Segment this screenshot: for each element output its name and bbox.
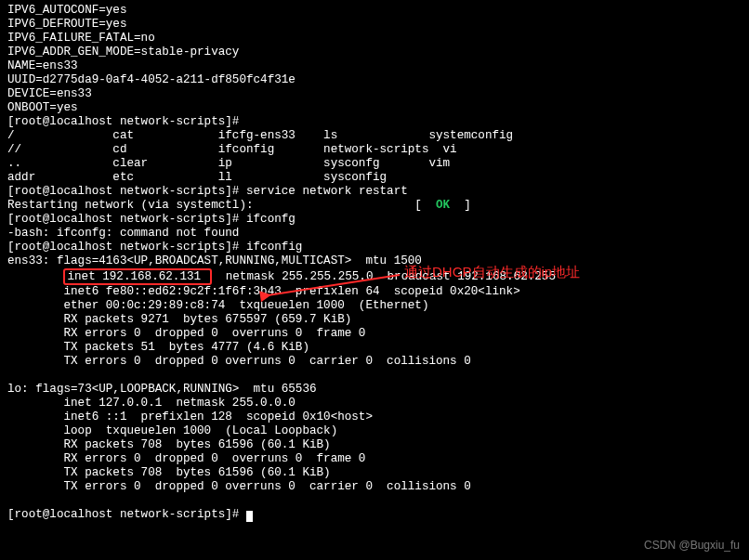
config-line: ONBOOT=yes (7, 101, 742, 115)
iface-lo-inet6: inet6 ::1 prefixlen 128 scopeid 0x10<hos… (7, 410, 742, 424)
iface-ens33-rxp: RX packets 9271 bytes 675597 (659.7 KiB) (7, 313, 742, 327)
bash-error: -bash: ifconfg: command not found (7, 227, 742, 241)
tab-completion-row: // cd ifconfig network-scripts vi (7, 143, 742, 157)
prompt-line: [root@localhost network-scripts]# ifconf… (7, 241, 742, 254)
prompt-line-current[interactable]: [root@localhost network-scripts]# (7, 508, 742, 522)
tab-completion-row: addr etc ll sysconfig (7, 171, 742, 185)
iface-lo-rxe: RX errors 0 dropped 0 overruns 0 frame 0 (7, 452, 742, 466)
config-line: IPV6_ADDR_GEN_MODE=stable-privacy (7, 46, 742, 59)
cursor (246, 511, 253, 522)
iface-lo-loop: loop txqueuelen 1000 (Local Loopback) (7, 424, 742, 438)
command: ifconfg (246, 213, 296, 226)
prompt-line: [root@localhost network-scripts]# ifconf… (7, 213, 742, 227)
config-line: NAME=ens33 (7, 59, 742, 73)
iface-ens33-inet: inet 192.168.62.131 netmask 255.255.255.… (7, 268, 742, 285)
iface-lo-txe: TX errors 0 dropped 0 overruns 0 carrier… (7, 480, 742, 494)
iface-ens33-inet6: inet6 fe80::ed62:9c2f:1f6f:3b43 prefixle… (7, 285, 742, 299)
config-line: DEVICE=ens33 (7, 87, 742, 101)
blank-line (7, 369, 742, 383)
terminal[interactable]: IPV6_AUTOCONF=yes IPV6_DEFROUTE=yes IPV6… (0, 0, 749, 560)
restart-status-line: Restarting network (via systemctl): [ OK… (7, 199, 742, 213)
highlighted-ip: inet 192.168.62.131 (63, 268, 211, 285)
iface-ens33-txp: TX packets 51 bytes 4777 (4.6 KiB) (7, 341, 742, 355)
command: service network restart (246, 185, 408, 198)
iface-lo-txp: TX packets 708 bytes 61596 (60.1 KiB) (7, 466, 742, 480)
config-line: IPV6_DEFROUTE=yes (7, 18, 742, 32)
iface-lo-inet: inet 127.0.0.1 netmask 255.0.0.0 (7, 397, 742, 410)
tab-completion-row: / cat ifcfg-ens33 ls systemconfig (7, 129, 742, 143)
iface-ens33-rxe: RX errors 0 dropped 0 overruns 0 frame 0 (7, 327, 742, 341)
prompt-line: [root@localhost network-scripts]# (7, 115, 742, 129)
config-line: IPV6_AUTOCONF=yes (7, 4, 742, 18)
iface-ens33-ether: ether 00:0c:29:89:c8:74 txqueuelen 1000 … (7, 299, 742, 313)
iface-ens33-txe: TX errors 0 dropped 0 overruns 0 carrier… (7, 355, 742, 369)
iface-lo-header: lo: flags=73<UP,LOOPBACK,RUNNING> mtu 65… (7, 383, 742, 397)
prompt-line: [root@localhost network-scripts]# servic… (7, 185, 742, 199)
watermark: CSDN @Bugxiu_fu (644, 539, 740, 553)
config-line: IPV6_FAILURE_FATAL=no (7, 32, 742, 46)
command: ifconfig (246, 241, 302, 254)
status-ok: OK (436, 199, 450, 212)
annotation-label: 通过DHCP自动生成的ip地址 (404, 265, 580, 279)
config-line: UUID=d2775da9-0af4-4052-a211-df850fc4f31… (7, 73, 742, 87)
tab-completion-row: .. clear ip sysconfg vim (7, 157, 742, 171)
blank-line (7, 494, 742, 508)
iface-ens33-header: ens33: flags=4163<UP,BROADCAST,RUNNING,M… (7, 254, 742, 268)
iface-lo-rxp: RX packets 708 bytes 61596 (60.1 KiB) (7, 438, 742, 452)
